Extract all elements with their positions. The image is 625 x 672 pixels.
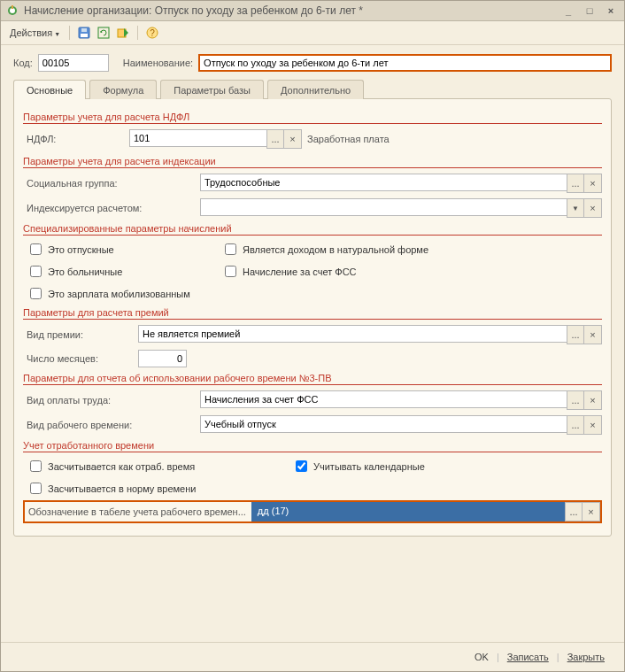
chk-sick-leave[interactable]: Это больничные xyxy=(23,263,218,280)
app-icon xyxy=(6,4,19,17)
chk-fss[interactable]: Начисление за счет ФСС xyxy=(218,263,602,280)
timecode-row: Обозначение в табеле учета рабочего врем… xyxy=(23,500,602,523)
pay-type-label: Вид оплаты труда: xyxy=(23,395,200,406)
toolbar: Действия▼ ? xyxy=(1,21,624,45)
pay-type-combo: ... × xyxy=(200,390,602,410)
chk-norm[interactable]: Засчитывается в норму времени xyxy=(23,480,602,497)
window-title: Начисление организации: Отпуск по уходу … xyxy=(24,4,555,17)
tab-base-params[interactable]: Параметры базы xyxy=(160,80,264,99)
maximize-button[interactable]: □ xyxy=(582,4,598,17)
svg-rect-5 xyxy=(81,28,87,32)
ok-button[interactable]: OK xyxy=(467,650,496,664)
select-button[interactable]: ... xyxy=(567,325,584,344)
clear-button[interactable]: × xyxy=(583,502,600,521)
go-icon[interactable] xyxy=(114,24,132,42)
indexed-by-input[interactable] xyxy=(200,198,567,216)
chk-vacation[interactable]: Это отпускные xyxy=(23,241,218,258)
header-row: Код: Наименование: xyxy=(13,54,612,72)
tab-bar: Основные Формула Параметры базы Дополнит… xyxy=(13,79,612,98)
work-type-label: Вид рабочего времени: xyxy=(23,420,200,430)
section-bonus: Параметры для расчета премий xyxy=(23,307,602,320)
form-body: Код: Наименование: Основные Формула Пара… xyxy=(1,45,624,642)
svg-rect-2 xyxy=(12,5,13,9)
save-icon[interactable] xyxy=(75,24,93,42)
clear-button[interactable]: × xyxy=(584,390,602,410)
chk-calendar[interactable]: Учитывать календарные xyxy=(289,458,602,475)
chk-counts-as-worked[interactable]: Засчитывается как отраб. время xyxy=(23,458,289,475)
ndfl-label: НДФЛ: xyxy=(23,134,124,144)
bonus-type-label: Вид премии: xyxy=(23,329,138,340)
clear-button[interactable]: × xyxy=(584,325,602,344)
refresh-icon[interactable] xyxy=(95,24,112,42)
worktime-grid: Засчитывается как отраб. время Учитывать… xyxy=(23,458,602,497)
ndfl-select-button[interactable]: ... xyxy=(266,129,284,149)
svg-text:?: ? xyxy=(150,28,155,38)
svg-rect-6 xyxy=(98,27,109,38)
tab-additional[interactable]: Дополнительно xyxy=(267,80,364,99)
pay-type-input[interactable] xyxy=(200,390,567,408)
specialized-grid: Это отпускные Является доходом в натурал… xyxy=(23,241,602,302)
timecode-combo: дд (17) ... × xyxy=(251,502,600,521)
clear-button[interactable]: × xyxy=(584,415,602,435)
ndfl-clear-button[interactable]: × xyxy=(284,129,302,149)
dropdown-button[interactable]: ▼ xyxy=(567,198,584,218)
ndfl-description: Заработная плата xyxy=(307,134,390,144)
close-button[interactable]: Закрыть xyxy=(560,650,612,664)
clear-button[interactable]: × xyxy=(584,174,602,193)
social-group-combo: ... × xyxy=(200,174,602,193)
ndfl-combo: ... × xyxy=(129,129,302,149)
indexed-by-combo: ▼ × xyxy=(200,198,602,218)
clear-button[interactable]: × xyxy=(584,198,602,218)
social-group-label: Социальная группа: xyxy=(23,178,200,189)
actions-menu[interactable]: Действия▼ xyxy=(6,26,64,40)
indexed-by-label: Индексируется расчетом: xyxy=(23,203,200,213)
social-group-input[interactable] xyxy=(200,174,567,191)
bonus-months-wrap xyxy=(138,350,602,367)
work-type-combo: ... × xyxy=(200,415,602,435)
bonus-type-input[interactable] xyxy=(138,325,567,343)
timecode-label: Обозначение в табеле учета рабочего врем… xyxy=(25,505,251,519)
chk-natural-income[interactable]: Является доходом в натуральной форме xyxy=(218,241,602,258)
minimize-button[interactable]: _ xyxy=(560,4,576,17)
select-button[interactable]: ... xyxy=(567,390,584,410)
timecode-value[interactable]: дд (17) xyxy=(251,502,565,521)
svg-rect-4 xyxy=(81,34,88,37)
chk-mobilized[interactable]: Это зарплата мобилизованным xyxy=(23,285,602,302)
chevron-down-icon: ▼ xyxy=(54,31,60,37)
help-icon[interactable]: ? xyxy=(143,24,161,42)
tab-pane-main: Параметры учета для расчета НДФЛ НДФЛ: .… xyxy=(13,98,612,537)
bonus-months-input[interactable] xyxy=(138,350,187,367)
section-worktime: Учет отработанного времени xyxy=(23,440,602,452)
work-type-input[interactable] xyxy=(200,415,567,433)
ndfl-row: НДФЛ: ... × Заработная плата xyxy=(23,129,602,149)
footer-bar: OK | Записать | Закрыть xyxy=(1,642,624,671)
section-specialized: Специализированные параметры начислений xyxy=(23,223,602,236)
report-grid: Вид оплаты труда: ... × Вид рабочего вре… xyxy=(23,390,602,435)
bonus-type-combo: ... × xyxy=(138,325,602,344)
ndfl-input[interactable] xyxy=(129,129,266,147)
tab-main[interactable]: Основные xyxy=(13,80,86,99)
indexation-grid: Социальная группа: ... × Индексируется р… xyxy=(23,174,602,218)
titlebar: Начисление организации: Отпуск по уходу … xyxy=(1,1,624,21)
toolbar-separator xyxy=(69,26,70,40)
code-input[interactable] xyxy=(38,54,109,72)
bonus-grid: Вид премии: ... × Число месяцев: xyxy=(23,325,602,367)
section-ndfl: Параметры учета для расчета НДФЛ xyxy=(23,112,602,124)
section-report: Параметры для отчета об использовании ра… xyxy=(23,373,602,385)
select-button[interactable]: ... xyxy=(567,174,584,193)
name-input[interactable] xyxy=(198,54,612,72)
select-button[interactable]: ... xyxy=(567,415,584,435)
save-button[interactable]: Записать xyxy=(500,650,556,664)
section-indexation: Параметры учета для расчета индексации xyxy=(23,156,602,168)
bonus-months-label: Число месяцев: xyxy=(23,353,138,364)
name-label: Наименование: xyxy=(123,58,193,68)
tab-formula[interactable]: Формула xyxy=(89,80,157,99)
close-window-button[interactable]: × xyxy=(603,4,619,17)
code-label: Код: xyxy=(13,58,33,68)
select-button[interactable]: ... xyxy=(565,502,583,521)
app-window: Начисление организации: Отпуск по уходу … xyxy=(0,0,625,672)
toolbar-separator xyxy=(137,26,138,40)
